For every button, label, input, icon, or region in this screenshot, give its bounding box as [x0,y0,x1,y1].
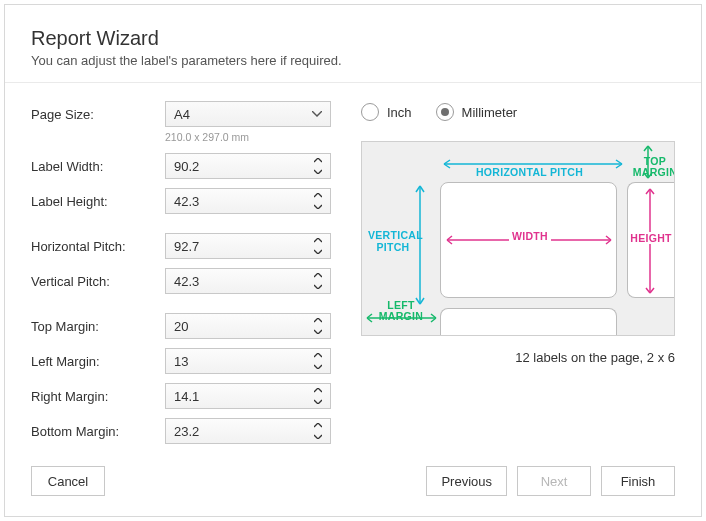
right-margin-value: 14.1 [174,389,199,404]
spin-up-icon[interactable] [310,420,326,431]
right-margin-label: Right Margin: [31,389,165,404]
preview-left-margin-text: LEFT MARGIN [376,300,426,322]
spin-down-icon[interactable] [310,326,326,337]
dialog-footer: Cancel Previous Next Finish [31,466,675,496]
radio-icon [436,103,454,121]
spin-down-icon[interactable] [310,201,326,212]
preview-label-bottom [440,308,617,336]
left-margin-label: Left Margin: [31,354,165,369]
label-height-value: 42.3 [174,194,199,209]
form-column: Page Size: A4 210.0 x 297.0 mm Label Wid… [31,101,331,453]
divider [5,82,701,83]
label-height-label: Label Height: [31,194,165,209]
spin-up-icon[interactable] [310,350,326,361]
spin-down-icon[interactable] [310,361,326,372]
preview-width-text: WIDTH [509,230,551,242]
preview-column: Inch Millimeter HORIZONTAL PITCH [361,101,675,453]
unit-radio-group: Inch Millimeter [361,101,675,121]
preview-height-text: HEIGHT [628,232,674,244]
spin-up-icon[interactable] [310,235,326,246]
spin-up-icon[interactable] [310,155,326,166]
v-pitch-value: 42.3 [174,274,199,289]
preview-h-pitch-text: HORIZONTAL PITCH [472,166,587,178]
content-area: Page Size: A4 210.0 x 297.0 mm Label Wid… [31,101,675,453]
h-pitch-input[interactable]: 92.7 [165,233,331,259]
v-pitch-label: Vertical Pitch: [31,274,165,289]
spin-up-icon[interactable] [310,270,326,281]
top-margin-value: 20 [174,319,188,334]
preview-v-pitch-text: VERTICAL PITCH [368,230,418,253]
spin-up-icon[interactable] [310,190,326,201]
caret-down-icon [312,111,322,117]
unit-mm-radio[interactable]: Millimeter [436,103,518,121]
page-size-value: A4 [174,107,190,122]
left-margin-value: 13 [174,354,188,369]
bottom-margin-value: 23.2 [174,424,199,439]
h-pitch-value: 92.7 [174,239,199,254]
radio-icon [361,103,379,121]
spin-down-icon[interactable] [310,281,326,292]
page-size-label: Page Size: [31,107,165,122]
cancel-button[interactable]: Cancel [31,466,105,496]
h-pitch-label: Horizontal Pitch: [31,239,165,254]
finish-button[interactable]: Finish [601,466,675,496]
label-preview-diagram: HORIZONTAL PITCH VERTICAL PITCH TOP MARG… [361,141,675,336]
report-wizard-dialog: Report Wizard You can adjust the label's… [4,4,702,517]
left-margin-input[interactable]: 13 [165,348,331,374]
label-width-value: 90.2 [174,159,199,174]
spin-down-icon[interactable] [310,246,326,257]
v-pitch-input[interactable]: 42.3 [165,268,331,294]
spin-up-icon[interactable] [310,315,326,326]
page-size-hint: 210.0 x 297.0 mm [165,131,331,143]
top-margin-label: Top Margin: [31,319,165,334]
next-button: Next [517,466,591,496]
spin-up-icon[interactable] [310,385,326,396]
unit-mm-label: Millimeter [462,105,518,120]
label-height-input[interactable]: 42.3 [165,188,331,214]
unit-inch-radio[interactable]: Inch [361,103,412,121]
label-width-label: Label Width: [31,159,165,174]
unit-inch-label: Inch [387,105,412,120]
spin-down-icon[interactable] [310,396,326,407]
bottom-margin-input[interactable]: 23.2 [165,418,331,444]
page-size-select[interactable]: A4 [165,101,331,127]
bottom-margin-label: Bottom Margin: [31,424,165,439]
spin-down-icon[interactable] [310,166,326,177]
label-width-input[interactable]: 90.2 [165,153,331,179]
previous-button[interactable]: Previous [426,466,507,496]
spin-down-icon[interactable] [310,431,326,442]
preview-top-margin-text: TOP MARGIN [630,156,675,178]
top-margin-input[interactable]: 20 [165,313,331,339]
preview-summary: 12 labels on the page, 2 x 6 [361,350,675,365]
right-margin-input[interactable]: 14.1 [165,383,331,409]
dialog-subtitle: You can adjust the label's parameters he… [31,53,675,68]
dialog-title: Report Wizard [31,27,675,50]
